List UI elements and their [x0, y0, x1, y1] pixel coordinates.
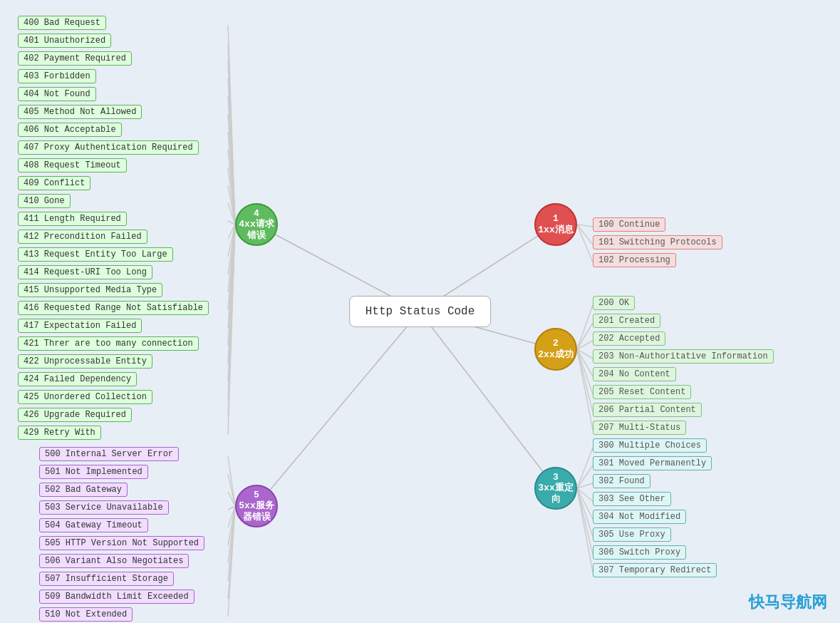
leaf-node: 205 Reset Content [593, 385, 691, 399]
branch-b4: 44xx请求错误 [235, 203, 278, 246]
svg-line-46 [228, 225, 235, 417]
leaf-node: 101 Switching Protocols [593, 235, 722, 249]
svg-line-29 [228, 114, 235, 225]
svg-line-24 [228, 25, 235, 225]
svg-line-25 [228, 43, 235, 225]
leaf-node: 102 Processing [593, 253, 676, 267]
leaf-node: 409 Conflict [18, 176, 90, 190]
leaf-node: 402 Payment Required [18, 51, 132, 66]
leaf-node: 507 Insufficient Storage [39, 572, 174, 586]
svg-line-34 [228, 203, 235, 225]
leaf-node: 203 Non-Authoritative Information [593, 349, 774, 364]
leaf-node: 417 Expectation Failed [18, 319, 142, 333]
leaf-node: 410 Gone [18, 194, 71, 208]
leaf-node: 505 HTTP Version Not Supported [39, 536, 204, 550]
svg-line-20 [577, 488, 593, 519]
svg-line-28 [228, 96, 235, 225]
svg-line-11 [577, 349, 593, 359]
svg-line-57 [228, 506, 235, 617]
svg-line-55 [228, 506, 235, 581]
leaf-node: 413 Request Entity Too Large [18, 247, 173, 262]
leaf-node: 204 No Content [593, 367, 676, 381]
leaf-node: 416 Requested Range Not Satisfiable [18, 301, 209, 315]
leaf-node: 411 Length Required [18, 212, 127, 226]
svg-line-8 [577, 305, 593, 349]
svg-line-12 [577, 349, 593, 376]
svg-line-23 [577, 488, 593, 572]
svg-line-26 [228, 61, 235, 225]
leaf-node: 306 Switch Proxy [593, 545, 686, 560]
leaf-node: 415 Unsupported Media Type [18, 283, 162, 297]
svg-line-33 [228, 185, 235, 225]
leaf-node: 403 Forbidden [18, 69, 96, 83]
svg-line-53 [228, 506, 235, 545]
svg-line-42 [228, 225, 235, 346]
svg-line-4 [256, 312, 420, 506]
svg-line-51 [228, 506, 235, 510]
branch-b1: 11xx消息 [534, 203, 577, 246]
svg-line-16 [577, 448, 593, 488]
svg-line-2 [420, 312, 556, 488]
leaf-node: 305 Use Proxy [593, 527, 671, 542]
leaf-node: 426 Upgrade Required [18, 408, 132, 422]
leaf-node: 504 Gateway Timeout [39, 518, 148, 532]
svg-line-13 [577, 349, 593, 394]
center-node: Http Status Code [349, 296, 492, 327]
svg-line-17 [577, 465, 593, 488]
leaf-node: 424 Failed Dependency [18, 372, 137, 386]
leaf-node: 421 Threr are too many connection [18, 336, 199, 351]
svg-line-5 [577, 225, 593, 227]
svg-line-14 [577, 349, 593, 412]
svg-line-30 [228, 132, 235, 225]
center-label: Http Status Code [365, 305, 475, 318]
svg-line-43 [228, 225, 235, 364]
leaf-node: 429 Retry With [18, 426, 101, 440]
leaf-node: 202 Accepted [593, 331, 665, 346]
leaf-node: 406 Not Acceptable [18, 123, 122, 137]
svg-line-18 [577, 483, 593, 488]
svg-line-27 [228, 78, 235, 225]
leaf-node: 207 Multi-Status [593, 421, 686, 435]
leaf-node: 201 Created [593, 314, 660, 328]
leaf-node: 503 Service Unavailable [39, 500, 169, 515]
watermark: 快马导航网 [749, 592, 827, 613]
leaf-node: 100 Continue [593, 217, 665, 232]
svg-line-9 [577, 323, 593, 349]
leaf-node: 506 Variant Also Negotiates [39, 554, 189, 568]
leaf-node: 405 Method Not Allowed [18, 105, 142, 119]
svg-line-41 [228, 225, 235, 328]
svg-line-19 [577, 488, 593, 501]
svg-line-7 [577, 225, 593, 262]
leaf-node: 414 Request-URI Too Long [18, 265, 152, 279]
svg-line-45 [228, 225, 235, 399]
leaf-node: 200 OK [593, 296, 635, 310]
leaf-node: 509 Bandwidth Limit Exceeded [39, 589, 195, 604]
svg-line-35 [228, 221, 235, 225]
svg-line-36 [228, 225, 235, 239]
svg-line-48 [228, 456, 235, 506]
leaf-node: 412 Precondition Failed [18, 230, 147, 244]
branch-b3: 33xx重定向 [534, 467, 577, 510]
svg-line-54 [228, 506, 235, 563]
svg-line-31 [228, 150, 235, 225]
svg-line-52 [228, 506, 235, 527]
leaf-node: 422 Unprocessable Entity [18, 354, 152, 369]
svg-line-38 [228, 225, 235, 274]
leaf-node: 500 Internal Server Error [39, 447, 179, 461]
svg-line-44 [228, 225, 235, 381]
leaf-node: 307 Temporary Redirect [593, 563, 717, 577]
svg-line-39 [228, 225, 235, 292]
leaf-node: 425 Unordered Collection [18, 390, 152, 404]
leaf-node: 301 Moved Permanently [593, 456, 712, 470]
leaf-node: 303 See Other [593, 492, 671, 506]
svg-line-15 [577, 349, 593, 430]
leaf-node: 302 Found [593, 474, 650, 488]
svg-line-37 [228, 225, 235, 257]
leaf-node: 510 Not Extended [39, 607, 133, 622]
svg-line-32 [228, 168, 235, 225]
svg-line-56 [228, 506, 235, 599]
leaf-node: 407 Proxy Authentication Required [18, 140, 199, 155]
branch-b5: 55xx服务器错误 [235, 485, 278, 527]
svg-line-10 [577, 341, 593, 349]
leaf-node: 408 Request Timeout [18, 158, 127, 173]
